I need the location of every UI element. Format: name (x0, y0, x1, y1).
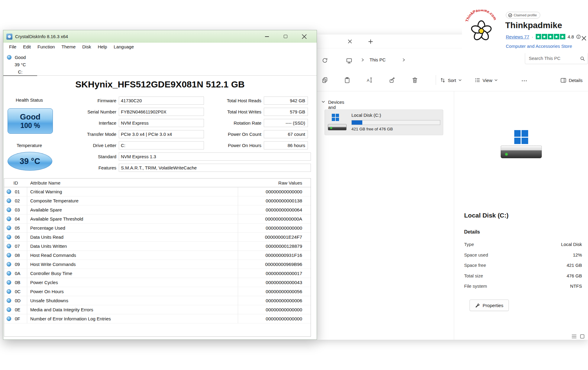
smart-row[interactable]: 0C Power On Hours 00000000000056 (4, 287, 311, 296)
smart-header-raw: Raw Values (238, 180, 311, 185)
menu-item[interactable]: Language (110, 44, 137, 49)
view-button[interactable]: View (474, 76, 498, 84)
attribute-name: Host Read Commands (27, 251, 238, 260)
attribute-name: Number of Error Information Log Entries (27, 314, 238, 323)
drive-item-local-disk-c[interactable]: Local Disk (C:) 421 GB free of 476 GB (325, 110, 443, 135)
menu-item[interactable]: File (6, 44, 20, 49)
smart-row[interactable]: 02 Composite Temperature 00000000000138 (4, 196, 311, 205)
attribute-id: 0A (15, 271, 20, 276)
window-title: CrystalDiskInfo 8.16.3 x64 (15, 34, 68, 39)
refresh-icon[interactable] (321, 56, 329, 65)
claimed-profile-badge: Claimed profile (506, 12, 540, 18)
maximize-button[interactable] (276, 31, 295, 42)
attribute-id: 09 (15, 262, 20, 267)
details-row-value: 421 GB (567, 263, 582, 269)
attribute-id: 08 (15, 253, 20, 258)
new-tab-button[interactable] (366, 37, 375, 46)
attribute-id: 0D (15, 298, 21, 303)
chevron-right-icon[interactable] (402, 58, 406, 62)
list-view-icon[interactable] (572, 334, 577, 339)
attribute-raw-value: 00000000000000 (238, 305, 311, 314)
info-field-value: C: (119, 141, 204, 149)
smart-row[interactable]: 0A Controller Busy Time 00000000000017 (4, 269, 311, 278)
menu-item[interactable]: Disk (79, 44, 94, 49)
details-row-label: Space used (464, 252, 488, 258)
attribute-id: 0E (15, 307, 20, 312)
smart-row[interactable]: 08 Host Read Commands 00000000931F16 (4, 251, 311, 260)
breadcrumb-this-pc[interactable]: This PC (370, 57, 386, 62)
menu-item[interactable]: Edit (20, 44, 34, 49)
info-field-label: Drive Letter (55, 141, 119, 149)
smart-row[interactable]: 01 Critical Warning 00000000000000 (4, 187, 311, 196)
info-field-value: NVM Express (119, 119, 204, 127)
info-field: Interface NVM Express (55, 119, 204, 127)
details-toggle-button[interactable]: Details (560, 76, 583, 84)
drive-usage-bar (351, 120, 440, 125)
smart-row[interactable]: 09 Host Write Commands 00000000969B96 (4, 260, 311, 269)
star-icon (542, 34, 547, 39)
sort-button[interactable]: Sort (440, 76, 462, 84)
attribute-id: 04 (15, 216, 20, 221)
smart-row[interactable]: 0F Number of Error Information Log Entri… (4, 314, 311, 323)
attribute-name: Available Spare (27, 205, 238, 214)
attribute-status-icon (7, 208, 11, 212)
attribute-name: Available Spare Threshold (27, 214, 238, 223)
more-options-icon[interactable] (520, 77, 528, 85)
share-icon[interactable] (388, 76, 396, 84)
smart-row[interactable]: 06 Data Units Read 000000001E24F7 (4, 233, 311, 242)
category-link[interactable]: Computer and Accessories Store (506, 44, 572, 49)
attribute-raw-value: 00000000000056 (238, 287, 311, 296)
info-field: Serial Number FYB2N046611902P0X (55, 108, 204, 116)
smart-row[interactable]: 07 Data Units Written 00000000128879 (4, 242, 311, 251)
crystaldiskinfo-app-icon (6, 34, 12, 40)
search-input[interactable]: Search This PC (529, 56, 577, 61)
minimize-button[interactable] (257, 31, 276, 42)
smart-row[interactable]: 03 Available Spare 00000000000064 (4, 205, 311, 214)
disk-tab-c[interactable]: Good 39 °C C: (3, 51, 37, 76)
details-row-label: File system (464, 283, 487, 290)
rating-value: 4.8 (568, 34, 574, 39)
attribute-raw-value: 00000000000064 (238, 205, 311, 214)
properties-button[interactable]: Properties (470, 300, 509, 311)
close-button[interactable] (295, 31, 314, 42)
details-row: Space free 421 GB (464, 263, 582, 269)
paste-icon[interactable] (343, 76, 351, 84)
attribute-raw-value: 00000000000043 (238, 278, 311, 287)
tab-close-icon[interactable] (346, 37, 354, 46)
chevron-right-icon[interactable] (360, 58, 365, 62)
info-field-label: Interface (55, 119, 119, 127)
large-icons-view-icon[interactable] (580, 334, 584, 339)
smart-row[interactable]: 0B Power Cycles 00000000000043 (4, 278, 311, 287)
delete-icon[interactable] (411, 76, 419, 84)
attribute-raw-value: 00000000969B96 (238, 260, 311, 269)
details-row: Total size 476 GB (464, 273, 582, 279)
info-fields-left: Firmware 41730C20 Serial Number FYB2N046… (55, 97, 204, 152)
reviews-link[interactable]: Reviews 77 (506, 34, 529, 39)
smart-row[interactable]: 04 Available Spare Threshold 00000000000… (4, 214, 311, 224)
smart-row[interactable]: 05 Percentage Used 00000000000000 (4, 224, 311, 233)
smart-row[interactable]: 0D Unsafe Shutdowns 00000000000006 (4, 296, 311, 305)
attribute-status-icon (7, 217, 11, 221)
info-field-label: Firmware (55, 97, 119, 105)
search-box[interactable]: Search This PC (525, 53, 588, 64)
menu-item[interactable]: Help (94, 44, 110, 49)
thinkpadmike-logo: ThinkPadMike.com (464, 10, 498, 44)
info-field-label: Total Host Reads (212, 97, 264, 105)
view-toggle-icons[interactable] (572, 334, 584, 339)
attribute-id: 03 (15, 207, 20, 212)
menu-item[interactable]: Theme (58, 44, 79, 49)
details-row-value: 12% (573, 252, 582, 258)
menu-item[interactable]: Function (34, 44, 58, 49)
card-close-icon[interactable] (580, 34, 587, 42)
copy-icon[interactable] (321, 76, 329, 84)
info-field: Power On Count 67 count (212, 130, 308, 138)
rename-icon[interactable]: A (365, 76, 374, 84)
attribute-status-icon (7, 271, 11, 276)
attribute-status-icon (7, 307, 11, 312)
smart-header-id: ID (4, 180, 27, 185)
attribute-name: Percentage Used (27, 224, 238, 232)
cdi-title-bar: CrystalDiskInfo 8.16.3 x64 (3, 30, 317, 43)
attribute-id: 01 (15, 189, 20, 194)
smart-row[interactable]: 0E Media and Data Integrity Errors 00000… (4, 305, 311, 314)
chevron-down-icon[interactable] (321, 99, 326, 104)
